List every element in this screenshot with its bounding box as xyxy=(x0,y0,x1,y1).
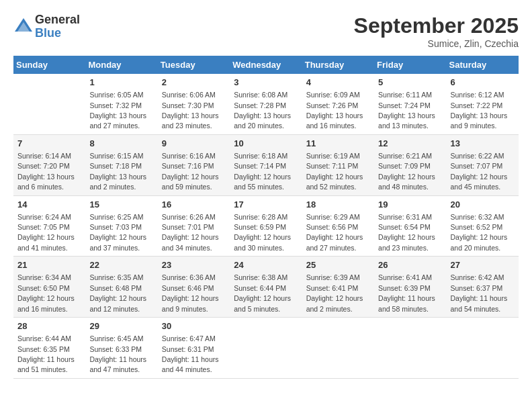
day-cell: 28Sunrise: 6:44 AM Sunset: 6:35 PM Dayli… xyxy=(13,318,85,379)
header-row: SundayMondayTuesdayWednesdayThursdayFrid… xyxy=(13,56,519,74)
header-cell-saturday: Saturday xyxy=(447,56,519,74)
day-number: 15 xyxy=(89,199,153,211)
day-number: 3 xyxy=(234,77,298,89)
calendar-body: 1Sunrise: 6:05 AM Sunset: 7:32 PM Daylig… xyxy=(13,74,519,378)
day-info: Sunrise: 6:34 AM Sunset: 6:50 PM Dayligh… xyxy=(17,273,75,312)
day-cell: 25Sunrise: 6:39 AM Sunset: 6:41 PM Dayli… xyxy=(302,257,374,318)
day-number: 11 xyxy=(306,138,370,150)
day-info: Sunrise: 6:11 AM Sunset: 7:24 PM Dayligh… xyxy=(378,91,435,130)
day-cell: 27Sunrise: 6:42 AM Sunset: 6:37 PM Dayli… xyxy=(447,257,519,318)
day-number: 4 xyxy=(306,77,370,89)
day-cell: 29Sunrise: 6:45 AM Sunset: 6:33 PM Dayli… xyxy=(85,318,157,379)
day-cell: 17Sunrise: 6:28 AM Sunset: 6:59 PM Dayli… xyxy=(230,195,302,257)
week-row-1: 1Sunrise: 6:05 AM Sunset: 7:32 PM Daylig… xyxy=(13,74,519,134)
day-info: Sunrise: 6:42 AM Sunset: 6:37 PM Dayligh… xyxy=(451,273,508,312)
day-cell: 11Sunrise: 6:19 AM Sunset: 7:11 PM Dayli… xyxy=(302,134,374,195)
day-cell: 3Sunrise: 6:08 AM Sunset: 7:28 PM Daylig… xyxy=(230,74,302,134)
day-number: 26 xyxy=(378,259,442,271)
page-header: General Blue September 2025 Sumice, Zlin… xyxy=(13,13,519,49)
header-cell-sunday: Sunday xyxy=(13,56,85,74)
logo: General Blue xyxy=(13,13,80,40)
day-cell: 16Sunrise: 6:26 AM Sunset: 7:01 PM Dayli… xyxy=(158,195,230,257)
day-number: 14 xyxy=(17,199,81,211)
day-cell: 22Sunrise: 6:35 AM Sunset: 6:48 PM Dayli… xyxy=(85,257,157,318)
day-info: Sunrise: 6:08 AM Sunset: 7:28 PM Dayligh… xyxy=(234,91,291,130)
day-cell xyxy=(447,318,519,379)
day-number: 25 xyxy=(306,259,370,271)
day-number: 10 xyxy=(234,138,298,150)
day-cell xyxy=(374,318,446,379)
day-info: Sunrise: 6:19 AM Sunset: 7:11 PM Dayligh… xyxy=(306,152,363,191)
day-cell: 30Sunrise: 6:47 AM Sunset: 6:31 PM Dayli… xyxy=(158,318,230,379)
day-number: 24 xyxy=(234,259,298,271)
day-info: Sunrise: 6:15 AM Sunset: 7:18 PM Dayligh… xyxy=(89,152,146,191)
day-cell xyxy=(13,74,85,134)
day-cell: 9Sunrise: 6:16 AM Sunset: 7:16 PM Daylig… xyxy=(158,134,230,195)
day-info: Sunrise: 6:39 AM Sunset: 6:41 PM Dayligh… xyxy=(306,273,363,312)
day-info: Sunrise: 6:24 AM Sunset: 7:05 PM Dayligh… xyxy=(17,213,75,252)
day-number: 23 xyxy=(162,259,226,271)
day-cell: 5Sunrise: 6:11 AM Sunset: 7:24 PM Daylig… xyxy=(374,74,446,134)
day-cell xyxy=(230,318,302,379)
day-info: Sunrise: 6:32 AM Sunset: 6:52 PM Dayligh… xyxy=(451,213,508,252)
month-title: September 2025 xyxy=(354,13,519,38)
day-cell: 12Sunrise: 6:21 AM Sunset: 7:09 PM Dayli… xyxy=(374,134,446,195)
title-block: September 2025 Sumice, Zlin, Czechia xyxy=(354,13,519,49)
day-number: 12 xyxy=(378,138,442,150)
logo-text: General Blue xyxy=(35,13,80,40)
day-cell: 2Sunrise: 6:06 AM Sunset: 7:30 PM Daylig… xyxy=(158,74,230,134)
day-number: 17 xyxy=(234,199,298,211)
day-info: Sunrise: 6:14 AM Sunset: 7:20 PM Dayligh… xyxy=(17,152,75,191)
day-number: 19 xyxy=(378,199,442,211)
day-number: 7 xyxy=(17,138,81,150)
day-number: 21 xyxy=(17,259,81,271)
day-info: Sunrise: 6:31 AM Sunset: 6:54 PM Dayligh… xyxy=(378,213,435,252)
header-cell-wednesday: Wednesday xyxy=(230,56,302,74)
day-info: Sunrise: 6:36 AM Sunset: 6:46 PM Dayligh… xyxy=(162,273,219,312)
day-info: Sunrise: 6:28 AM Sunset: 6:59 PM Dayligh… xyxy=(234,213,291,252)
day-info: Sunrise: 6:45 AM Sunset: 6:33 PM Dayligh… xyxy=(89,334,146,373)
day-info: Sunrise: 6:35 AM Sunset: 6:48 PM Dayligh… xyxy=(89,273,146,312)
day-info: Sunrise: 6:38 AM Sunset: 6:44 PM Dayligh… xyxy=(234,273,291,312)
day-cell: 21Sunrise: 6:34 AM Sunset: 6:50 PM Dayli… xyxy=(13,257,85,318)
day-cell: 8Sunrise: 6:15 AM Sunset: 7:18 PM Daylig… xyxy=(85,134,157,195)
week-row-3: 14Sunrise: 6:24 AM Sunset: 7:05 PM Dayli… xyxy=(13,195,519,257)
day-cell: 1Sunrise: 6:05 AM Sunset: 7:32 PM Daylig… xyxy=(85,74,157,134)
day-cell xyxy=(302,318,374,379)
day-cell: 24Sunrise: 6:38 AM Sunset: 6:44 PM Dayli… xyxy=(230,257,302,318)
day-info: Sunrise: 6:22 AM Sunset: 7:07 PM Dayligh… xyxy=(451,152,508,191)
day-number: 2 xyxy=(162,77,226,89)
day-info: Sunrise: 6:12 AM Sunset: 7:22 PM Dayligh… xyxy=(451,91,508,130)
logo-general: General xyxy=(35,13,80,27)
day-cell: 20Sunrise: 6:32 AM Sunset: 6:52 PM Dayli… xyxy=(447,195,519,257)
day-number: 28 xyxy=(17,320,81,332)
day-number: 16 xyxy=(162,199,226,211)
week-row-2: 7Sunrise: 6:14 AM Sunset: 7:20 PM Daylig… xyxy=(13,134,519,195)
header-cell-friday: Friday xyxy=(374,56,446,74)
day-number: 1 xyxy=(89,77,153,89)
calendar-header: SundayMondayTuesdayWednesdayThursdayFrid… xyxy=(13,56,519,74)
logo-blue: Blue xyxy=(35,27,80,40)
day-number: 18 xyxy=(306,199,370,211)
header-cell-monday: Monday xyxy=(85,56,157,74)
day-info: Sunrise: 6:25 AM Sunset: 7:03 PM Dayligh… xyxy=(89,213,146,252)
day-number: 20 xyxy=(451,199,515,211)
day-info: Sunrise: 6:21 AM Sunset: 7:09 PM Dayligh… xyxy=(378,152,435,191)
day-info: Sunrise: 6:29 AM Sunset: 6:56 PM Dayligh… xyxy=(306,213,363,252)
day-cell: 6Sunrise: 6:12 AM Sunset: 7:22 PM Daylig… xyxy=(447,74,519,134)
day-cell: 26Sunrise: 6:41 AM Sunset: 6:39 PM Dayli… xyxy=(374,257,446,318)
day-cell: 13Sunrise: 6:22 AM Sunset: 7:07 PM Dayli… xyxy=(447,134,519,195)
day-cell: 14Sunrise: 6:24 AM Sunset: 7:05 PM Dayli… xyxy=(13,195,85,257)
header-cell-thursday: Thursday xyxy=(302,56,374,74)
day-number: 27 xyxy=(451,259,515,271)
day-number: 13 xyxy=(451,138,515,150)
day-info: Sunrise: 6:41 AM Sunset: 6:39 PM Dayligh… xyxy=(378,273,435,312)
day-number: 29 xyxy=(89,320,153,332)
day-number: 30 xyxy=(162,320,226,332)
day-number: 6 xyxy=(451,77,515,89)
day-info: Sunrise: 6:06 AM Sunset: 7:30 PM Dayligh… xyxy=(162,91,219,130)
week-row-4: 21Sunrise: 6:34 AM Sunset: 6:50 PM Dayli… xyxy=(13,257,519,318)
day-cell: 18Sunrise: 6:29 AM Sunset: 6:56 PM Dayli… xyxy=(302,195,374,257)
day-number: 9 xyxy=(162,138,226,150)
day-info: Sunrise: 6:18 AM Sunset: 7:14 PM Dayligh… xyxy=(234,152,291,191)
